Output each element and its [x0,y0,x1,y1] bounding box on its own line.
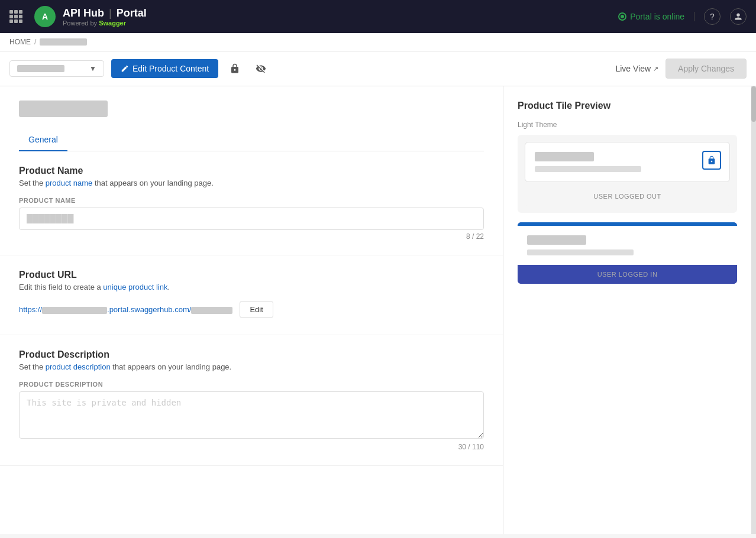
main-content: General Product Name Set the product nam… [0,86,756,534]
title-divider: | [109,7,112,20]
grid-menu-icon[interactable] [9,10,22,23]
light-user-status: USER LOGGED OUT [525,187,730,206]
portal-label: Portal [117,7,147,20]
product-name-link[interactable]: product name [46,179,93,187]
user-menu-button[interactable] [730,8,747,25]
portal-status-label: Portal is online [630,12,684,21]
toolbar-right: Live View ↗ Apply Changes [615,59,747,79]
product-name-title: Product Name [19,166,484,176]
product-url-section: Product URL Edit this field to create a … [0,255,503,335]
top-navigation: A API Hub | Portal Powered by Swagger Po… [0,0,756,33]
help-button[interactable]: ? [704,8,721,25]
product-url-desc: Edit this field to create a unique produ… [19,283,484,291]
url-display: https:// .portal.swaggerhub.com/ [19,305,232,314]
light-theme-label: Light Theme [518,121,737,129]
light-tile-desc [535,166,641,172]
scrollbar[interactable] [751,86,756,534]
app-name-label: API Hub [63,7,104,20]
preview-panel-title: Product Tile Preview [518,101,737,111]
product-select-value [17,65,64,72]
product-name-desc: Set the product name that appears on you… [19,179,484,187]
app-subtitle: Powered by Swagger [63,20,147,27]
product-url-title: Product URL [19,270,484,280]
product-description-title: Product Description [19,349,484,360]
preview-panel: Product Tile Preview Light Theme USER LO… [503,86,751,534]
breadcrumb-separator: / [34,38,36,46]
app-title-group: API Hub | Portal Powered by Swagger [63,7,147,27]
nav-left: A API Hub | Portal Powered by Swagger [9,6,147,27]
breadcrumb: HOME / [0,33,756,51]
lock-icon-button[interactable] [225,59,244,78]
product-description-char-count: 30 / 110 [19,443,484,451]
product-name-section: Product Name Set the product name that a… [0,151,503,255]
edit-product-content-button[interactable]: Edit Product Content [111,59,218,78]
page-title [19,101,108,117]
eye-off-icon-button[interactable] [251,59,270,78]
page-header: General [0,86,503,151]
breadcrumb-home[interactable]: HOME [9,38,31,46]
nav-right: Portal is online ? [618,8,747,25]
light-theme-tile [525,142,730,182]
live-view-label: Live View [615,64,651,73]
product-description-input[interactable]: This site is private and hidden [19,391,484,439]
product-description-desc: Set the product description that appears… [19,362,484,371]
product-name-input[interactable] [19,208,484,230]
product-dropdown[interactable]: ▼ [9,60,104,77]
tabs-bar: General [19,129,484,151]
toolbar: ▼ Edit Product Content Live View ↗ Apply… [0,51,756,86]
breadcrumb-current [40,38,87,46]
dark-tile-desc [527,249,634,255]
tab-general[interactable]: General [19,129,67,151]
apply-changes-button[interactable]: Apply Changes [665,59,747,79]
product-url-row: https:// .portal.swaggerhub.com/ Edit [19,301,484,318]
product-link-link[interactable]: unique product link [103,283,167,291]
light-tile-name [535,152,594,161]
swagger-brand: Swagger [99,20,126,27]
portal-status: Portal is online [618,12,694,21]
chevron-down-icon: ▼ [89,64,96,73]
edit-button-label: Edit Product Content [133,64,209,73]
product-description-link[interactable]: product description [46,362,111,371]
dark-tile-name [527,235,586,245]
product-description-field-label: PRODUCT DESCRIPTION [19,381,484,388]
product-description-section: Product Description Set the product desc… [0,335,503,466]
toolbar-left: ▼ Edit Product Content [9,59,270,78]
dark-theme-tile [518,226,737,265]
product-name-field-label: PRODUCT NAME [19,197,484,204]
external-link-icon: ↗ [653,65,658,73]
light-tile-lock-icon [702,151,721,170]
edit-url-button[interactable]: Edit [240,301,273,318]
product-name-char-count: 8 / 22 [19,232,484,241]
content-area: General Product Name Set the product nam… [0,86,503,534]
dark-theme-section: USER LOGGED IN [518,222,737,284]
light-theme-section: Light Theme USER LOGGED OUT [518,121,737,213]
dark-user-status: USER LOGGED IN [518,265,737,284]
dark-theme-wrapper: USER LOGGED IN [518,222,737,284]
status-indicator [618,12,626,21]
live-view-button[interactable]: Live View ↗ [615,64,658,73]
app-logo: A [34,6,56,27]
scrollbar-thumb[interactable] [751,86,756,122]
